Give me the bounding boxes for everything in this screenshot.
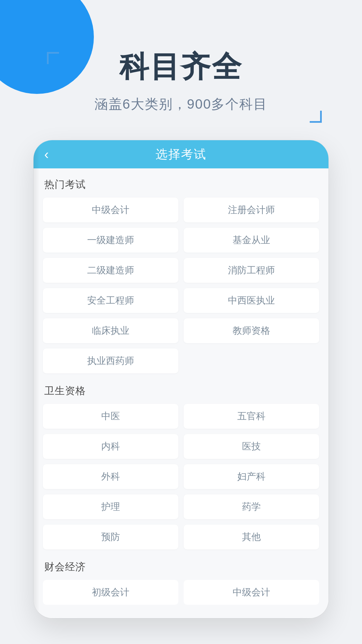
health-exam-grid: 中医 五官科 内科 医技 外科 妇产科 护理 药学 预防 其他 [43, 404, 319, 549]
top-section: 科目齐全 涵盖6大类别，900多个科目 [0, 0, 362, 133]
list-item[interactable]: 执业西药师 [43, 348, 178, 373]
phone-wrapper: ‹ 选择考试 热门考试 中级会计 注册会计师 一级建造师 基金从业 二级建造师 … [0, 140, 362, 618]
list-item[interactable]: 护理 [43, 494, 178, 519]
section-label-finance: 财会经济 [43, 551, 319, 580]
sub-title: 涵盖6大类别，900多个科目 [0, 95, 362, 113]
list-item[interactable]: 中级会计 [184, 580, 319, 605]
header-title: 选择考试 [156, 146, 206, 163]
list-item[interactable]: 注册会计师 [184, 198, 319, 222]
list-item[interactable]: 医技 [184, 434, 319, 459]
section-label-health: 卫生资格 [43, 375, 319, 404]
list-item[interactable]: 初级会计 [43, 580, 178, 605]
phone-header: ‹ 选择考试 [34, 140, 328, 168]
list-item[interactable]: 其他 [184, 525, 319, 549]
hot-exam-grid: 中级会计 注册会计师 一级建造师 基金从业 二级建造师 消防工程师 安全工程师 … [43, 198, 319, 373]
list-item[interactable]: 一级建造师 [43, 228, 178, 253]
list-item[interactable]: 中西医执业 [184, 288, 319, 313]
list-item[interactable]: 中医 [43, 404, 178, 429]
list-item[interactable]: 临床执业 [43, 318, 178, 343]
finance-exam-grid: 初级会计 中级会计 [43, 580, 319, 605]
corner-bracket-bottom-right [310, 111, 322, 123]
list-item[interactable]: 二级建造师 [43, 258, 178, 283]
list-item[interactable]: 预防 [43, 525, 178, 549]
list-item[interactable]: 安全工程师 [43, 288, 178, 313]
list-item[interactable]: 内科 [43, 434, 178, 459]
list-item[interactable]: 妇产科 [184, 464, 319, 489]
list-item[interactable]: 外科 [43, 464, 178, 489]
list-item[interactable]: 基金从业 [184, 228, 319, 253]
phone-content: 热门考试 中级会计 注册会计师 一级建造师 基金从业 二级建造师 消防工程师 安… [34, 168, 328, 618]
corner-bracket-top-left [47, 52, 59, 64]
list-item[interactable]: 教师资格 [184, 318, 319, 343]
section-label-hot: 热门考试 [43, 168, 319, 198]
list-item[interactable]: 消防工程师 [184, 258, 319, 283]
list-item[interactable]: 五官科 [184, 404, 319, 429]
phone-mockup: ‹ 选择考试 热门考试 中级会计 注册会计师 一级建造师 基金从业 二级建造师 … [34, 140, 328, 618]
list-item[interactable]: 药学 [184, 494, 319, 519]
list-item[interactable]: 中级会计 [43, 198, 178, 222]
back-button[interactable]: ‹ [44, 148, 49, 161]
